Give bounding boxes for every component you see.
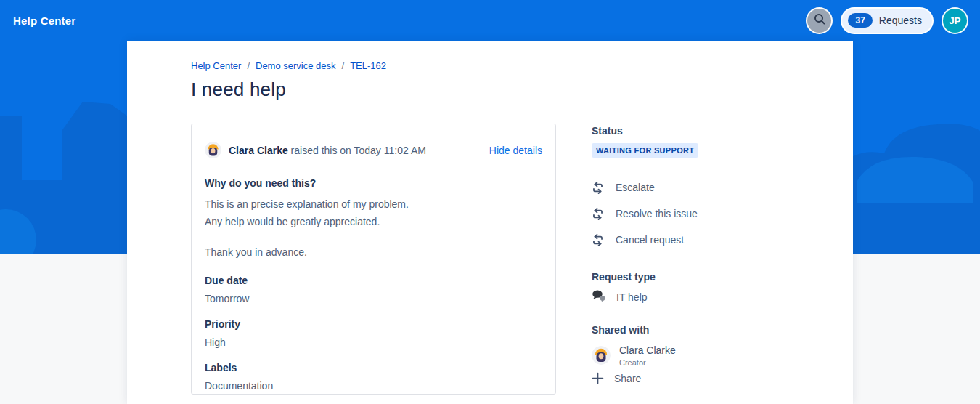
field-label-labels: Labels [205,362,542,373]
search-icon [813,12,826,28]
topbar-controls: 37 Requests JP [806,7,968,34]
action-resolve-this-issue[interactable]: Resolve this issue [592,201,831,227]
transition-icon [592,234,605,246]
plus-icon [592,372,605,384]
description-line: Any help would be greatly appreciated. [205,213,542,230]
status-label: Status [592,125,831,137]
action-label: Cancel request [616,234,684,246]
description-line: Thank you in advance. [205,243,542,261]
person-avatar [592,346,611,365]
breadcrumb-separator: / [247,60,250,71]
user-avatar[interactable]: JP [942,7,968,34]
action-escalate[interactable]: Escalate [592,174,831,201]
requests-button[interactable]: 37 Requests [841,7,934,34]
request-type-row: IT help [592,290,831,304]
shared-person: Clara Clarke Creator [592,344,831,367]
request-details-card: Clara Clarke raised this on Today 11:02 … [191,124,556,395]
person-role: Creator [619,358,676,367]
description-line [205,230,542,243]
request-type-value: IT help [616,291,648,303]
search-button[interactable] [806,7,833,34]
breadcrumb-item-tel-162[interactable]: TEL-162 [350,60,386,71]
description: This is an precise explanation of my pro… [205,195,542,261]
reporter-avatar [205,142,221,158]
top-bar: Help Center 37 Requests JP [0,0,980,41]
breadcrumb-item-demo-service-desk[interactable]: Demo service desk [256,60,336,71]
share-button[interactable]: Share [592,372,831,384]
request-type-label: Request type [592,271,831,283]
main-card: Help Center / Demo service desk / TEL-16… [127,41,853,404]
speech-bubbles-icon [592,290,606,304]
share-label: Share [614,373,641,384]
transition-icon [592,208,605,220]
app-title: Help Center [13,15,75,27]
hide-details-link[interactable]: Hide details [489,145,542,156]
shared-with-label: Shared with [592,324,831,336]
action-label: Resolve this issue [616,208,698,219]
workflow-actions: Escalate Resolve this issue [592,174,831,253]
field-label-priority: Priority [205,318,542,330]
breadcrumb-separator: / [342,60,345,71]
question-label: Why do you need this? [205,177,542,189]
requests-label: Requests [879,15,922,26]
raised-by-text: Clara Clarke raised this on Today 11:02 … [229,145,426,156]
transition-icon [592,182,605,194]
field-value-due-date: Tomorrow [205,293,542,304]
request-header: Clara Clarke raised this on Today 11:02 … [205,142,542,158]
person-name: Clara Clarke [619,344,676,356]
requests-count-badge: 37 [848,13,872,28]
action-label: Escalate [616,182,655,193]
action-cancel-request[interactable]: Cancel request [592,227,831,253]
person-info: Clara Clarke Creator [619,344,676,367]
field-value-priority: High [205,336,542,348]
field-label-due-date: Due date [205,275,542,286]
raised-text: raised this on Today 11:02 AM [291,145,426,156]
field-value-labels: Documentation [205,380,542,392]
request-sidebar: Status WAITING FOR SUPPORT Escalate [592,125,831,384]
breadcrumb-item-help-center[interactable]: Help Center [191,60,241,71]
description-line: This is an precise explanation of my pro… [205,195,542,213]
reporter-name: Clara Clarke [229,145,288,156]
page-title: I need help [191,78,286,101]
breadcrumb: Help Center / Demo service desk / TEL-16… [191,60,386,71]
status-badge: WAITING FOR SUPPORT [592,143,698,158]
